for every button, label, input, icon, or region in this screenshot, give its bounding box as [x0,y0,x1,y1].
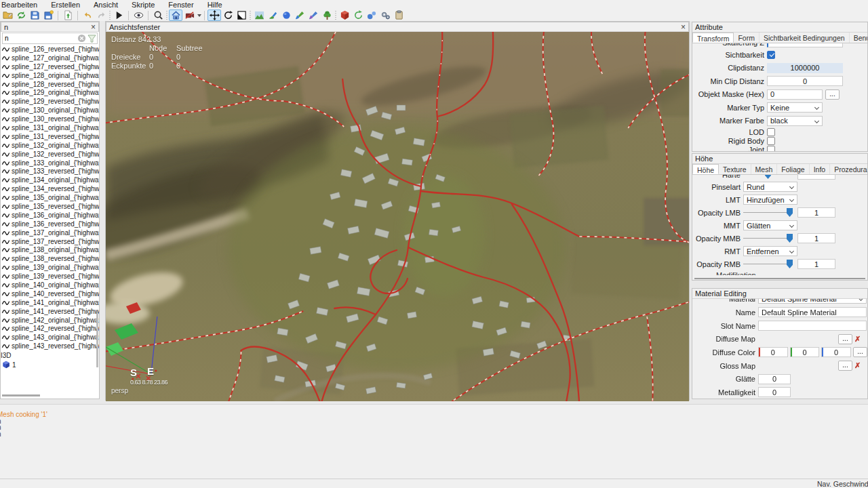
mmt-dropdown[interactable]: Glätten [743,220,797,230]
tree-item-spline[interactable]: spline_139_reversed_{'highwa [1,272,99,281]
tree-item-spline[interactable]: spline_128_reversed_{'highwa [1,80,99,89]
tree-item-spline[interactable]: spline_126_reversed_{'highwa [1,45,99,54]
diffuse-color-b-field[interactable]: 0 [821,347,851,357]
tree-item-spline[interactable]: spline_137_original_{'highway': [1,228,99,237]
rmt-dropdown[interactable]: Entfernen [743,246,797,256]
tree-item-spline[interactable]: spline_127_reversed_{'highwa [1,62,99,71]
tree-item-spline[interactable]: spline_136_reversed_{'highwa [1,220,99,228]
material-name-field[interactable]: Default Spline Material [758,307,867,317]
paste-icon[interactable] [392,9,406,21]
tree-item-spline[interactable]: spline_134_reversed_{'highwa [1,184,99,193]
physics-icon[interactable] [365,9,378,21]
tree-item-spline[interactable]: spline_141_original_{'highway': [1,298,99,307]
marker-typ-dropdown[interactable]: Keine [767,102,823,113]
sichtbarkeit-checkbox[interactable] [767,51,775,59]
rigid-body-checkbox[interactable] [767,137,775,145]
gloss-map-more-button[interactable]: ... [838,361,852,371]
menu-create[interactable]: Erstellen [44,1,87,9]
tree-item-spline[interactable]: spline_133_original_{'highway': [1,159,99,167]
tree-item-spline[interactable]: spline_141_reversed_{'highwa [1,307,99,316]
brush-purple-icon[interactable] [307,9,320,21]
remove-map-icon[interactable]: ✗ [854,335,861,344]
dropdown-caret-icon[interactable] [197,14,201,17]
sync-icon[interactable] [14,9,28,21]
min-clip-field[interactable]: 0 [767,76,843,86]
menu-help[interactable]: Hilfe [201,1,229,9]
foliage-sphere-icon[interactable] [279,9,293,21]
opacity-mmb-field[interactable]: 1 [797,233,835,243]
tab-mesh[interactable]: Mesh [751,164,778,174]
objekt-maske-more-button[interactable]: ... [825,89,840,100]
diffuse-color-r-field[interactable]: 0 [758,347,788,357]
tree-item-spline[interactable]: spline_130_reversed_{'highwa [1,115,99,123]
tree-vertical-scrollbar[interactable] [96,313,98,367]
objekt-maske-field[interactable]: 0 [767,89,823,100]
tree-item-spline[interactable]: spline_135_reversed_{'highwa [1,202,99,211]
tab-transform[interactable]: Transform [692,33,734,43]
tree-item-spline[interactable]: spline_138_reversed_{'highwa [1,254,99,263]
opacity-lmb-field[interactable]: 1 [797,207,835,218]
opacity-rmb-field[interactable]: 1 [797,259,835,269]
move-icon[interactable] [208,9,221,21]
clear-search-icon[interactable] [77,34,86,43]
tree-item-spline[interactable]: spline_136_original_{'highway': [1,211,99,220]
tree-horizontal-scrollbar[interactable] [2,394,40,396]
settings-gears-icon[interactable] [378,9,392,21]
clipdistanz-field[interactable]: 1000000 [767,63,843,73]
save-new-icon[interactable] [41,9,55,21]
tree-item-spline[interactable]: spline_137_reversed_{'highwa [1,237,99,246]
glaette-field[interactable]: 0 [758,374,791,384]
rotate-icon[interactable] [221,9,235,21]
tree-item-spline[interactable]: spline_139_original_{'highway': [1,263,99,272]
home-icon[interactable] [169,9,182,21]
tree-item-root[interactable]: 1 [1,360,99,369]
tree-item-spline[interactable]: spline_143_reversed_{'highwa [1,342,99,350]
brush-blue-icon[interactable] [293,9,307,21]
undo-icon[interactable] [81,9,94,21]
close-icon[interactable]: × [91,24,96,30]
menu-scripts[interactable]: Skripte [125,1,161,9]
import-icon[interactable] [1,9,14,21]
tab-info[interactable]: Info [810,164,831,174]
diffuse-color-g-field[interactable]: 0 [790,347,820,357]
diffuse-map-more-button[interactable]: ... [838,334,852,344]
tree-icon[interactable] [320,9,334,21]
pinselart-dropdown[interactable]: Rund [743,182,797,192]
tree-item-spline[interactable]: spline_129_reversed_{'highwa [1,97,99,106]
export-icon[interactable] [61,9,75,21]
metalligkeit-field[interactable]: 0 [758,387,791,397]
eye-icon[interactable] [132,9,145,21]
tree-item-spline[interactable]: spline_142_reversed_{'highwa [1,325,99,333]
terrain-sculpt-icon[interactable] [252,9,266,21]
lmt-dropdown[interactable]: Hinzufügen [743,195,797,205]
viewport-3d[interactable]: Distanz 842.33 NodeSubtree Dreiecke00 Ec… [106,32,689,401]
zoom-icon[interactable] [151,9,165,21]
joint-checkbox[interactable] [767,146,775,152]
i3d-label[interactable]: I3D [1,351,99,360]
opacity-rmb-slider[interactable] [743,260,793,268]
shape-cube-icon[interactable] [338,9,351,21]
tree-item-spline[interactable]: spline_135_original_{'highway': [1,193,99,202]
camera-off-icon[interactable] [182,9,196,21]
tree-item-spline[interactable]: spline_133_reversed_{'highwa [1,167,99,176]
tab-benutzerattribute[interactable]: Benutzerattribute [850,33,867,43]
terrain-paint-icon[interactable] [266,9,279,21]
tree-item-spline[interactable]: spline_140_reversed_{'highwa [1,289,99,298]
tab-form[interactable]: Form [734,33,760,43]
tree-item-spline[interactable]: spline_132_original_{'highway': [1,141,99,150]
redo-icon[interactable] [94,9,108,21]
tree-item-spline[interactable]: spline_127_original_{'highway': [1,54,99,62]
reload-icon[interactable] [351,9,365,21]
tree-item-spline[interactable]: spline_134_original_{'highway': [1,176,99,184]
tree-item-spline[interactable]: spline_130_original_{'highway': [1,106,99,115]
slot-name-field[interactable] [758,321,867,331]
tree-item-spline[interactable]: spline_128_original_{'highway': [1,71,99,80]
opacity-lmb-slider[interactable] [743,208,793,217]
save-icon[interactable] [28,9,41,21]
tree-item-spline[interactable]: spline_132_reversed_{'highwa [1,150,99,159]
console-log[interactable]: Mesh cooking '1' n n n [0,404,868,479]
filter-funnel-icon[interactable] [86,33,97,43]
close-icon[interactable]: × [681,24,686,30]
tab-foliage[interactable]: Foliage [777,164,809,174]
tab-sichtbarkeit-bedingungen[interactable]: Sichtbarkeit Bedingungen [760,33,850,43]
